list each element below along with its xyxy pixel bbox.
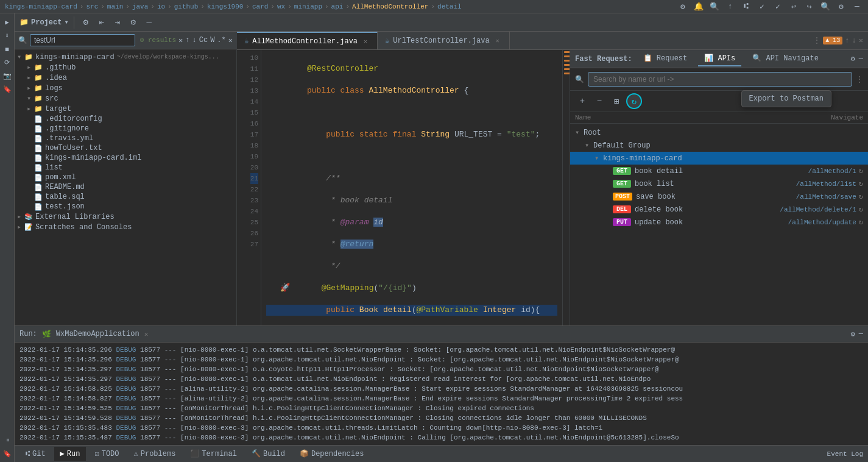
default-group-arrow[interactable] xyxy=(585,141,593,150)
minimize-icon[interactable]: — xyxy=(851,2,863,11)
bottom-tab-dependencies[interactable]: 📦 Dependencies xyxy=(294,447,370,461)
tree-item-howtouser[interactable]: 📄 howToUser.txt xyxy=(15,143,236,153)
idea-arrow[interactable] xyxy=(27,73,34,82)
tree-item-travis[interactable]: 📄 .travis.yml xyxy=(15,133,236,143)
tree-item-editorconfig[interactable]: 📄 .editorconfig xyxy=(15,114,236,124)
api-delete-book[interactable]: DEL delete book /allMethod/delete/1 ↻ xyxy=(570,203,868,216)
breadcrumb-item[interactable]: miniapp xyxy=(294,3,322,10)
update-icon[interactable]: ↑ xyxy=(724,2,736,11)
clear-search-icon[interactable]: ✕ xyxy=(178,36,183,45)
close-editor-icon[interactable]: ✕ xyxy=(859,36,863,45)
checkmark2-icon[interactable]: ✓ xyxy=(772,2,784,12)
regex-icon[interactable]: .* xyxy=(217,36,225,44)
gear2-icon[interactable]: ⚙ xyxy=(835,2,847,12)
search2-icon[interactable]: 🔍 xyxy=(819,2,831,12)
api-refresh2-icon[interactable]: ↻ xyxy=(859,179,863,188)
fr-search-settings-icon[interactable]: ⋮ xyxy=(856,75,863,84)
minimize2-icon[interactable]: — xyxy=(143,18,156,27)
fr-add-btn[interactable]: + xyxy=(575,94,590,108)
breadcrumb-item[interactable]: kings1990 xyxy=(207,3,243,10)
tree-item-sql[interactable]: 📄 table.sql xyxy=(15,192,236,202)
gear-settings-icon[interactable]: ⚙ xyxy=(79,17,93,27)
tree-item-idea[interactable]: 📁 .idea xyxy=(15,73,236,83)
root-arrow[interactable] xyxy=(17,52,24,62)
code-editor-content[interactable]: @RestController public class AllMethodCo… xyxy=(261,50,562,325)
tree-item-scratch[interactable]: 📝 Scratches and Consoles xyxy=(15,222,236,232)
bottom-tab-todo[interactable]: ☑ TODO xyxy=(88,447,125,461)
word-icon[interactable]: W xyxy=(210,36,214,44)
target-arrow[interactable] xyxy=(27,104,34,113)
collapse-editor-icon[interactable]: ↓ xyxy=(852,37,856,45)
bottom-tab-run[interactable]: ▶ Run xyxy=(54,447,86,461)
collapse-icon[interactable]: ⇤ xyxy=(95,17,108,27)
api-refresh3-icon[interactable]: ↻ xyxy=(859,192,863,201)
fr-search-input[interactable] xyxy=(588,72,852,87)
undo-icon[interactable]: ↩ xyxy=(788,2,800,12)
git-icon[interactable]: ⑆ xyxy=(740,2,752,11)
tree-item-target[interactable]: 📁 target xyxy=(15,104,236,114)
tree-item-github[interactable]: 📁 .github xyxy=(15,62,236,73)
api-refresh5-icon[interactable]: ↻ xyxy=(859,218,863,227)
tree-item-readme[interactable]: 📄 README.md xyxy=(15,182,236,192)
structure-icon[interactable]: ≡ xyxy=(1,434,13,446)
fr-settings-icon[interactable]: ⚙ xyxy=(851,54,855,63)
tab-urltestcontroller[interactable]: ☕ UrlTestController.java ✕ xyxy=(378,32,510,49)
tree-search-input[interactable] xyxy=(30,34,135,46)
api-project-group[interactable]: kings-miniapp-card xyxy=(570,152,868,165)
down-icon[interactable]: ⬇ xyxy=(1,29,13,41)
api-root-item[interactable]: Root xyxy=(570,126,868,139)
bookmark-icon[interactable]: 🔖 xyxy=(1,83,13,95)
redo-icon[interactable]: ↪ xyxy=(803,2,816,12)
prev-result-icon[interactable]: ↑ xyxy=(185,36,189,44)
case-sensitive-icon[interactable]: Cc xyxy=(199,36,208,44)
tree-item-list[interactable]: 📄 list xyxy=(15,163,236,172)
breadcrumb-item[interactable]: main xyxy=(107,3,123,10)
close-tab2-icon[interactable]: ✕ xyxy=(493,37,502,45)
extlib-arrow[interactable] xyxy=(17,212,24,221)
tree-item-pom[interactable]: 📄 pom.xml xyxy=(15,172,236,182)
fr-tab-apis[interactable]: 📊 APIs xyxy=(698,51,741,66)
tree-item-extlib[interactable]: 📚 External Libraries xyxy=(15,211,236,222)
breadcrumb-item[interactable]: card xyxy=(252,3,268,10)
run-minimize-icon[interactable]: — xyxy=(859,330,863,339)
close-search-icon[interactable]: ✕ xyxy=(228,36,233,45)
settings-icon[interactable]: ⚙ xyxy=(677,2,689,12)
stop-icon[interactable]: ◼ xyxy=(1,43,13,55)
src-arrow[interactable] xyxy=(27,94,34,103)
api-book-detail[interactable]: GET book detail /allMethod/1 ↻ xyxy=(570,165,868,177)
api-refresh4-icon[interactable]: ↻ xyxy=(859,205,863,214)
tree-item-gitignore[interactable]: 📄 .gitignore xyxy=(15,124,236,133)
breadcrumb-item[interactable]: io xyxy=(157,3,165,10)
camera-icon[interactable]: 📷 xyxy=(1,69,13,82)
tab-allmethodcontroller[interactable]: ☕ AllMethodController.java ✕ xyxy=(237,32,378,49)
scratch-arrow[interactable] xyxy=(17,222,24,232)
close-tab-icon[interactable]: ✕ xyxy=(361,37,370,46)
api-save-book[interactable]: POST save book /allMethod/save ↻ xyxy=(570,190,868,203)
run-icon[interactable]: ▶ xyxy=(1,16,13,28)
tree-item-src[interactable]: 📁 src xyxy=(15,93,236,104)
expand-icon[interactable]: ⇥ xyxy=(111,17,124,27)
tree-item-json[interactable]: 📄 test.json xyxy=(15,202,236,211)
bottom-tab-git[interactable]: ⑆ Git xyxy=(19,447,52,461)
breadcrumb-item[interactable]: java xyxy=(132,3,148,10)
fr-minimize-icon[interactable]: — xyxy=(859,55,863,63)
run-settings-icon[interactable]: ⚙ xyxy=(851,330,855,339)
fr-tab-request[interactable]: 📋 Request xyxy=(637,51,694,66)
reload-icon[interactable]: ⟳ xyxy=(1,56,13,68)
checkmark-icon[interactable]: ✓ xyxy=(756,2,768,12)
event-log-btn[interactable]: Event Log xyxy=(827,450,863,458)
expand-editor-icon[interactable]: ↑ xyxy=(845,37,849,45)
notification-icon[interactable]: 🔔 xyxy=(693,2,705,12)
root-api-arrow[interactable] xyxy=(575,128,584,137)
api-book-list[interactable]: GET book list /allMethod/list ↻ xyxy=(570,177,868,190)
breadcrumb-item[interactable]: detail xyxy=(437,3,462,10)
fr-grid-btn[interactable]: ⊞ xyxy=(609,94,624,108)
settings2-icon[interactable]: ⚙ xyxy=(127,17,140,27)
tree-root-item[interactable]: 📁 kings-miniapp-card ~/develop/workspace… xyxy=(15,52,236,62)
github-arrow[interactable] xyxy=(27,63,34,72)
breadcrumb-item[interactable]: github xyxy=(174,3,199,10)
bottom-tab-terminal[interactable]: ⬛ Terminal xyxy=(184,447,243,461)
api-default-group[interactable]: Default Group xyxy=(570,139,868,152)
project-group-arrow[interactable] xyxy=(595,154,603,163)
breadcrumb-item[interactable]: wx xyxy=(277,3,285,10)
